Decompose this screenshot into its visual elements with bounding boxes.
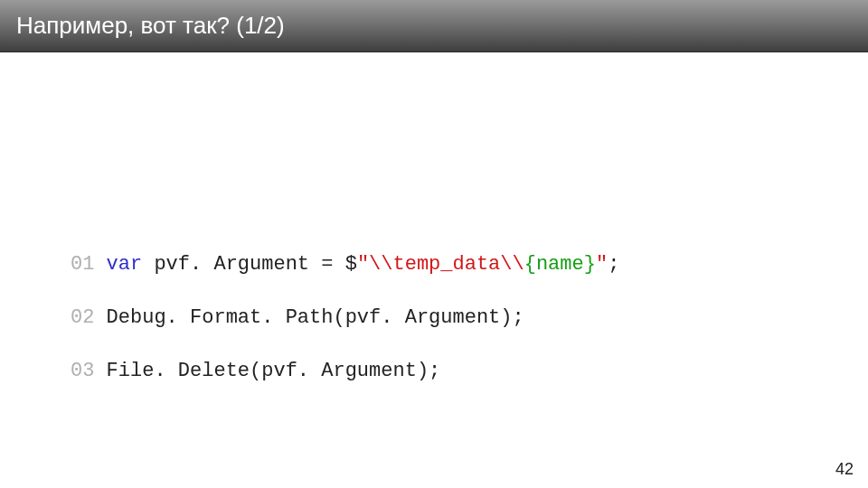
title-bar: Например, вот так? (1/2) bbox=[0, 0, 868, 52]
page-number: 42 bbox=[835, 460, 854, 479]
slide-title: Например, вот так? (1/2) bbox=[16, 12, 285, 40]
code-block: 01 var pvf. Argument = $"\\temp_data\\{n… bbox=[71, 224, 619, 439]
code-line-2: 02 Debug. Format. Path(pvf. Argument); bbox=[71, 305, 619, 332]
slide: Например, вот так? (1/2) 01 var pvf. Arg… bbox=[0, 0, 868, 488]
code-line-3: 03 File. Delete(pvf. Argument); bbox=[71, 358, 619, 385]
code-line-1: 01 var pvf. Argument = $"\\temp_data\\{n… bbox=[71, 251, 619, 278]
